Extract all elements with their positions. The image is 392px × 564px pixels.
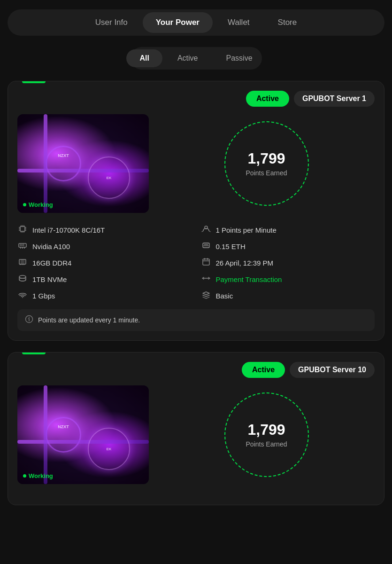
- filter-active[interactable]: Active: [164, 49, 211, 67]
- svg-rect-20: [203, 243, 209, 248]
- points-label-1: Points Earned: [246, 169, 287, 177]
- tube-vertical-1: [44, 114, 47, 213]
- spec-storage-value: 1TB NVMe: [32, 275, 67, 283]
- svg-rect-28: [203, 259, 209, 265]
- points-circle-2: 1,799 Points Earned: [224, 392, 309, 477]
- points-circle-1: 1,799 Points Earned: [224, 121, 309, 206]
- svg-rect-0: [20, 227, 25, 231]
- spec-tx-value[interactable]: Payment Transaction: [216, 275, 282, 283]
- spec-eth-value: 0.15 ETH: [216, 243, 246, 251]
- svg-point-35: [22, 297, 23, 298]
- points-number-1: 1,799: [247, 150, 285, 167]
- tab-user-info[interactable]: User Info: [82, 12, 141, 33]
- top-navigation: User Info Your Power Wallet Store: [8, 9, 384, 36]
- specs-grid-1: Intel i7-10700K 8C/16T 1 Points per Minu…: [17, 224, 375, 302]
- spec-cpu-value: Intel i7-10700K 8C/16T: [32, 226, 105, 234]
- cpu-icon: [17, 224, 28, 236]
- points-number-2: 1,799: [247, 422, 285, 438]
- server-image-bg-2: [17, 385, 149, 484]
- info-notice-text-1: Points are updated every 1 minute.: [38, 316, 140, 324]
- svg-point-38: [29, 317, 30, 318]
- card-header-2: Active GPUBOT Server 10: [17, 362, 375, 378]
- points-label-2: Points Earned: [246, 440, 287, 448]
- server-name-1: GPUBOT Server 1: [294, 91, 375, 107]
- filter-row: All Active Passive: [131, 47, 262, 70]
- spec-date-value: 26 April, 12:39 PM: [216, 259, 274, 267]
- spec-ram-value: 16GB DDR4: [32, 259, 71, 267]
- spec-gpu-value: Nvidia A100: [32, 243, 70, 251]
- points-container-1: 1,799 Points Earned: [158, 121, 375, 206]
- working-label-1: Working: [23, 201, 53, 208]
- card-body-1: Working 1,799 Points Earned: [17, 114, 375, 213]
- active-badge-1: Active: [246, 91, 289, 107]
- working-dot-1: [23, 203, 26, 206]
- tx-icon: [201, 274, 211, 285]
- date-icon: [201, 257, 211, 269]
- spec-points-rate: 1 Points per Minute: [201, 224, 375, 236]
- svg-rect-16: [23, 244, 24, 246]
- spec-date: 26 April, 12:39 PM: [201, 257, 375, 269]
- tab-wallet[interactable]: Wallet: [215, 12, 263, 33]
- server-image-1: Working: [17, 114, 149, 213]
- spec-tier: Basic: [201, 290, 375, 302]
- working-label-2: Working: [23, 472, 53, 479]
- info-notice-1: Points are updated every 1 minute.: [17, 309, 375, 331]
- server-image-2: Working: [17, 385, 149, 484]
- ram-icon: [17, 257, 28, 269]
- tier-icon: [201, 290, 211, 302]
- card-header-1: Active GPUBOT Server 1: [17, 91, 375, 107]
- filter-all[interactable]: All: [126, 49, 162, 67]
- svg-point-32: [19, 275, 26, 278]
- svg-point-33: [19, 278, 26, 281]
- server-name-2: GPUBOT Server 10: [290, 362, 375, 378]
- spec-tier-value: Basic: [216, 292, 233, 300]
- spec-gpu: Nvidia A100: [17, 241, 192, 252]
- card-accent-1: [22, 81, 46, 83]
- points-rate-icon: [201, 224, 211, 236]
- spec-ram: 16GB DDR4: [17, 257, 192, 269]
- spec-network-value: 1 Gbps: [32, 292, 55, 300]
- points-container-2: 1,799 Points Earned: [158, 392, 375, 477]
- card-body-2: Working 1,799 Points Earned: [17, 385, 375, 484]
- spec-storage: 1TB NVMe: [17, 274, 192, 285]
- tab-your-power[interactable]: Your Power: [143, 12, 213, 33]
- spec-eth: 0.15 ETH: [201, 241, 375, 252]
- server-card-1: Active GPUBOT Server 1 Working 1,799 Poi…: [8, 81, 384, 341]
- filter-passive[interactable]: Passive: [213, 49, 266, 67]
- svg-rect-15: [20, 244, 22, 246]
- tab-store[interactable]: Store: [265, 12, 310, 33]
- card-accent-2: [22, 352, 46, 354]
- server-image-bg-1: [17, 114, 149, 213]
- active-badge-2: Active: [242, 362, 285, 378]
- spec-tx: Payment Transaction: [201, 274, 375, 285]
- cooling-ring-1: [88, 157, 130, 199]
- spec-points-rate-value: 1 Points per Minute: [216, 226, 277, 234]
- storage-icon: [17, 274, 28, 285]
- cooling-ring-2: [88, 428, 130, 470]
- server-card-2: Active GPUBOT Server 10 Working 1,799 Po…: [8, 352, 384, 505]
- spec-cpu: Intel i7-10700K 8C/16T: [17, 224, 192, 236]
- tube-vertical-2: [44, 385, 47, 484]
- working-dot-2: [23, 474, 26, 478]
- network-icon: [17, 290, 28, 302]
- spec-network: 1 Gbps: [17, 290, 192, 302]
- eth-icon: [201, 241, 211, 252]
- gpu-icon: [17, 241, 28, 252]
- info-icon-1: [25, 315, 33, 325]
